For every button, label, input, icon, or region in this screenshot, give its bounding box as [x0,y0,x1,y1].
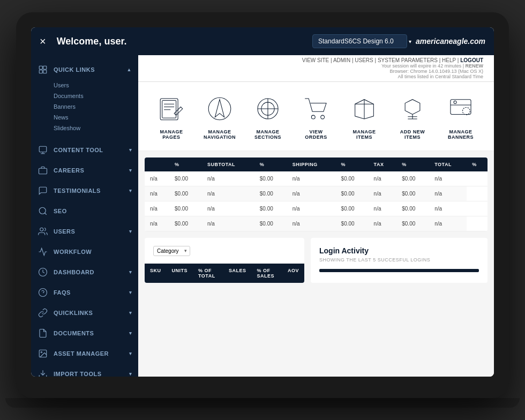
sidebar-sub-users[interactable]: Users [54,80,138,91]
topnav-link[interactable]: SYSTEM PARAMETERS [378,57,438,63]
sidebar-item-workflow[interactable]: WORKFLOW [31,242,138,262]
import-tools-icon [38,369,48,377]
col-header-percent2: % [254,158,287,171]
documents-icon [38,328,48,339]
manage-banners-button[interactable]: MANAGEBANNERS [445,93,477,140]
logout-link[interactable]: LOGOUT [460,57,483,63]
svg-rect-1 [43,66,47,69]
svg-rect-23 [160,99,178,120]
topnav-link[interactable]: HELP [442,57,456,63]
manage-sections-button[interactable]: MANAGESECTIONS [252,93,284,140]
site-selector-wrap[interactable]: StandardS6CS Design 6.0 [312,34,416,48]
close-button[interactable]: × [40,36,46,47]
svg-point-28 [208,98,231,120]
sidebar-item-documents[interactable]: DOCUMENTS ▾ [31,323,138,343]
col-header-tax: TAX [369,158,397,171]
sidebar-item-testimonials[interactable]: TESTIMONIALS ▾ [31,181,138,201]
manage-sections-icon [252,93,284,125]
cell: n/a [369,186,397,201]
manage-items-label: MANAGEITEMS [353,129,376,140]
asset-manager-icon [38,348,48,359]
cell: n/a [429,186,467,201]
sidebar-label-workflow: WORKFLOW [54,249,92,255]
manage-banners-label: MANAGEBANNERS [448,129,474,140]
view-orders-button[interactable]: VIEWORDERS [300,93,332,140]
cell: $0.00 [336,186,369,201]
topnav-link[interactable]: ADMIN [333,57,350,63]
svg-rect-2 [39,70,42,73]
quicklinks-icon [38,308,48,318]
svg-point-43 [463,107,470,115]
login-activity-title: Login Activity [319,246,479,255]
svg-rect-3 [43,70,47,73]
sidebar-item-users[interactable]: USERS ▾ [31,221,138,242]
sidebar-label-faqs: FAQs [54,289,71,296]
manage-pages-icon [155,93,188,125]
cell: $0.00 [254,216,287,231]
chevron-icon: ▾ [129,310,132,316]
bottom-left-panel: Category SKU UNITS % OF TOTAL SALES [145,238,304,283]
manage-pages-label: MANAGEPAGES [160,129,183,140]
sidebar-sub-banners[interactable]: Banners [54,101,138,112]
col-header [145,158,169,171]
table-row: n/a $0.00 n/a $0.00 n/a $0.00 n/a $0.00 [145,171,488,186]
cell: $0.00 [169,216,202,231]
sidebar-label-quicklinks: QUICKLINKS [54,310,93,316]
sidebar-label-import-tools: IMPORT TOOLS [54,371,102,377]
topnav-link[interactable]: USERS [355,57,373,63]
sidebar-sub-quick-links: Users Documents Banners News Slideshow [31,80,138,136]
sidebar-item-careers[interactable]: CAREERS ▾ [31,160,138,181]
col-header-total: TOTAL [429,158,467,171]
cell: $0.00 [396,186,429,201]
cell: n/a [145,171,169,186]
svg-point-8 [39,207,46,214]
sidebar-item-seo[interactable]: SEO [31,201,138,221]
manage-sections-label: MANAGESECTIONS [254,129,281,140]
sidebar-item-asset-manager[interactable]: ASSET MANAGER ▾ [31,343,138,364]
sidebar-section-quicklinks: QUICK LINKS ▲ Users Documents Banners Ne… [31,55,138,140]
site-selector[interactable]: StandardS6CS Design 6.0 [312,34,407,48]
col-aov: AOV [282,264,304,283]
cell: n/a [369,216,397,231]
quick-links-icon [38,64,48,75]
sidebar-item-import-tools[interactable]: IMPORT TOOLS ▾ [31,364,138,377]
svg-rect-24 [162,100,176,118]
manage-navigation-button[interactable]: MANAGENAVIGATION [204,93,236,140]
sidebar-item-quick-links[interactable]: QUICK LINKS ▲ [31,59,138,80]
users-icon [38,226,48,237]
svg-rect-40 [451,100,471,115]
sidebar-sub-documents[interactable]: Documents [54,91,138,101]
col-pct-total: % OF TOTAL [193,264,223,283]
testimonials-icon [38,185,48,196]
brand-name: americaneagle.com [416,37,485,46]
sidebar-label-seo: SEO [54,208,67,214]
table-row: n/a $0.00 n/a $0.00 n/a $0.00 n/a $0.00 [145,186,488,201]
sidebar-sub-slideshow[interactable]: Slideshow [54,123,138,133]
table-row: n/a $0.00 n/a $0.00 n/a $0.00 n/a $0.00 [145,201,488,216]
sidebar-sub-news[interactable]: News [54,112,138,123]
sidebar-label-documents: DOCUMENTS [54,330,94,336]
add-new-items-button[interactable]: ADD NEWITEMS [396,93,429,140]
sidebar-item-faqs[interactable]: FAQs ▾ [31,282,138,303]
login-activity-bar [319,269,479,272]
data-table: % SUBTOTAL % SHIPPING % TAX % TOTAL % [145,158,488,231]
cell: $0.00 [169,186,202,201]
sidebar-item-content-tool[interactable]: CONTENT TOOL ▾ [31,140,138,160]
sidebar-item-quicklinks[interactable]: QUICKLINKS ▾ [31,303,138,323]
topnav-link[interactable]: VIEW SITE [302,57,329,63]
filter-select-wrap[interactable]: Category [153,245,190,256]
page-title: Welcome, user. [57,36,312,47]
chevron-icon: ▾ [129,351,132,356]
cell: $0.00 [336,216,369,231]
data-table-section: % SUBTOTAL % SHIPPING % TAX % TOTAL % [145,158,488,231]
sidebar-item-dashboard[interactable]: DASHBOARD ▾ [31,262,138,282]
session-info: Your session will expire in 42 minutes |… [302,63,483,79]
cell: $0.00 [254,171,287,186]
manage-pages-button[interactable]: MANAGEPAGES [155,93,188,140]
cell: $0.00 [254,186,287,201]
manage-items-button[interactable]: MANAGEITEMS [348,93,380,140]
svg-marker-29 [215,100,224,117]
chevron-icon: ▾ [129,188,132,193]
filter-select[interactable]: Category [153,246,190,256]
manage-items-icon [348,93,380,125]
